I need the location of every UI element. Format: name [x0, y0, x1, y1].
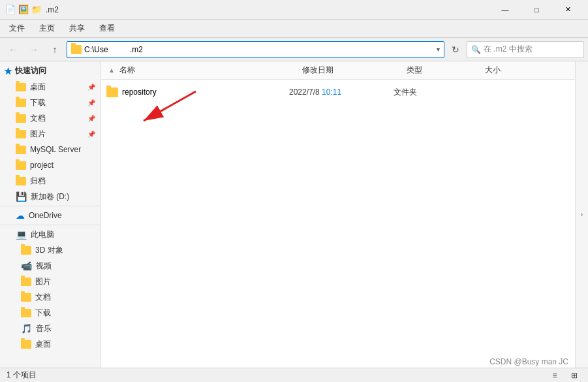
sidebar-divider [0, 206, 101, 206]
menu-file[interactable]: 文件 [3, 20, 31, 37]
status-right: ≡ ⊞ [548, 370, 581, 381]
search-placeholder: 在 .m2 中搜索 [484, 44, 533, 55]
maximize-button[interactable]: □ [521, 0, 551, 20]
window-title: .m2 [46, 5, 59, 14]
col-header-date[interactable]: 修改日期 [300, 61, 404, 79]
sidebar-item-pictures2[interactable]: 图片 [0, 274, 101, 289]
file-name: repository [122, 88, 157, 97]
folder-icon [16, 114, 26, 123]
right-panel: › [575, 61, 588, 368]
pin-icon: 📌 [87, 84, 95, 91]
title-bar-icons: 📄 🖼️ 📁 [5, 5, 42, 15]
sidebar-label: 下载 [35, 308, 51, 319]
window-controls: — □ ✕ [490, 0, 583, 20]
minimize-button[interactable]: — [490, 0, 520, 20]
sidebar-item-onedrive[interactable]: ☁ OneDrive [0, 208, 101, 223]
folder-icon [21, 309, 31, 317]
quick-access-header: ★ 快速访问 [0, 61, 101, 79]
sidebar-label: 视频 [36, 261, 52, 272]
close-button[interactable]: ✕ [553, 0, 583, 20]
sidebar-label: MySQL Server [30, 145, 81, 154]
img-icon: 🖼️ [18, 5, 29, 15]
forward-button[interactable]: → [25, 41, 43, 58]
search-icon: 🔍 [471, 45, 481, 54]
sort-button[interactable]: ▲ [106, 64, 117, 77]
col-header-name[interactable]: 名称 [117, 61, 300, 79]
right-panel-expand[interactable]: › [581, 211, 583, 218]
sidebar-label: 音乐 [36, 323, 52, 334]
sidebar-item-drive-d[interactable]: 💾 新加卷 (D:) [0, 189, 101, 204]
sidebar-label: 归档 [30, 176, 46, 187]
up-button[interactable]: ↑ [46, 41, 64, 58]
file-type-cell: 文件夹 [394, 87, 472, 98]
sidebar-item-pictures[interactable]: 图片 📌 [0, 126, 101, 142]
refresh-button[interactable]: ↻ [447, 41, 464, 58]
folder-icon: 📁 [31, 5, 42, 15]
status-count: 1 个项目 [7, 370, 37, 381]
folder-icon [16, 99, 26, 107]
file-date-cell: 2022/7/8 10:11 [289, 88, 394, 97]
doc-icon: 📄 [5, 5, 16, 15]
folder-icon [21, 293, 31, 302]
file-folder-icon [106, 88, 118, 97]
menu-view[interactable]: 查看 [93, 20, 121, 37]
col-header-type[interactable]: 类型 [404, 61, 482, 79]
table-row[interactable]: repository 2022/7/8 10:11 文件夹 [101, 82, 575, 102]
sidebar-label: 文档 [35, 292, 51, 303]
sidebar-label: 图片 [35, 276, 51, 287]
title-bar: 📄 🖼️ 📁 .m2 — □ ✕ [0, 0, 588, 20]
address-bar[interactable]: C:\Use .m2 ▾ [67, 41, 444, 58]
sidebar-item-desktop2[interactable]: 桌面 [0, 336, 101, 352]
file-date: 2022/7/8 [289, 88, 322, 97]
sidebar-item-this-pc[interactable]: 💻 此电脑 [0, 227, 101, 242]
pin-icon: 📌 [87, 115, 95, 122]
list-view-button[interactable]: ≡ [548, 370, 562, 381]
menu-home[interactable]: 主页 [33, 20, 61, 37]
address-dropdown-icon[interactable]: ▾ [437, 46, 440, 53]
menu-share[interactable]: 共享 [63, 20, 91, 37]
sidebar-label: 3D 对象 [35, 245, 63, 256]
sidebar-item-documents[interactable]: 文档 📌 [0, 110, 101, 126]
sidebar-item-desktop[interactable]: 桌面 📌 [0, 79, 101, 95]
pin-icon: 📌 [87, 131, 95, 138]
folder-icon [16, 130, 26, 138]
sidebar-item-archive[interactable]: 归档 [0, 173, 101, 189]
sidebar-label: 此电脑 [31, 229, 54, 240]
sidebar-label: 新加卷 (D:) [31, 191, 69, 202]
sidebar-label: 文档 [30, 113, 46, 124]
pin-icon: 📌 [87, 99, 95, 106]
address-folder-icon [71, 45, 82, 54]
sidebar-item-3d[interactable]: 3D 对象 [0, 242, 101, 258]
drive-icon: 💾 [16, 191, 27, 202]
file-list: repository 2022/7/8 10:11 文件夹 [101, 80, 575, 368]
toolbar: ← → ↑ C:\Use .m2 ▾ ↻ 🔍 在 .m2 中搜索 [0, 38, 588, 61]
folder-icon [16, 177, 26, 185]
folder-icon [16, 146, 26, 154]
sidebar-item-downloads[interactable]: 下载 📌 [0, 95, 101, 110]
quick-access-label: 快速访问 [15, 65, 46, 76]
sidebar-item-mysql[interactable]: MySQL Server [0, 142, 101, 157]
watermark: CSDN @Busy man JC [489, 357, 568, 366]
main-area: ★ 快速访问 桌面 📌 下载 📌 文档 📌 图片 📌 MySQL Server [0, 61, 588, 368]
sidebar-item-video[interactable]: 📹 视频 [0, 258, 101, 274]
sidebar-label: 图片 [30, 129, 46, 140]
folder-icon [21, 246, 31, 255]
sidebar-item-music[interactable]: 🎵 音乐 [0, 321, 101, 336]
file-name-cell: repository [106, 88, 289, 97]
sidebar-item-project[interactable]: project [0, 157, 101, 173]
star-icon: ★ [4, 66, 12, 76]
sidebar-label: 桌面 [35, 339, 51, 350]
col-header-size[interactable]: 大小 [482, 61, 548, 79]
folder-icon [21, 278, 31, 286]
sidebar-item-dl2[interactable]: 下载 [0, 305, 101, 321]
sidebar-divider-2 [0, 225, 101, 225]
back-button[interactable]: ← [4, 41, 22, 58]
onedrive-icon: ☁ [16, 210, 25, 221]
computer-icon: 💻 [16, 229, 27, 240]
search-bar[interactable]: 🔍 在 .m2 中搜索 [467, 41, 584, 58]
sidebar-label: 桌面 [30, 82, 46, 93]
sidebar-item-docs2[interactable]: 文档 [0, 289, 101, 305]
folder-icon [16, 83, 26, 91]
file-date-highlight: 10:11 [322, 88, 341, 97]
grid-view-button[interactable]: ⊞ [567, 370, 581, 381]
